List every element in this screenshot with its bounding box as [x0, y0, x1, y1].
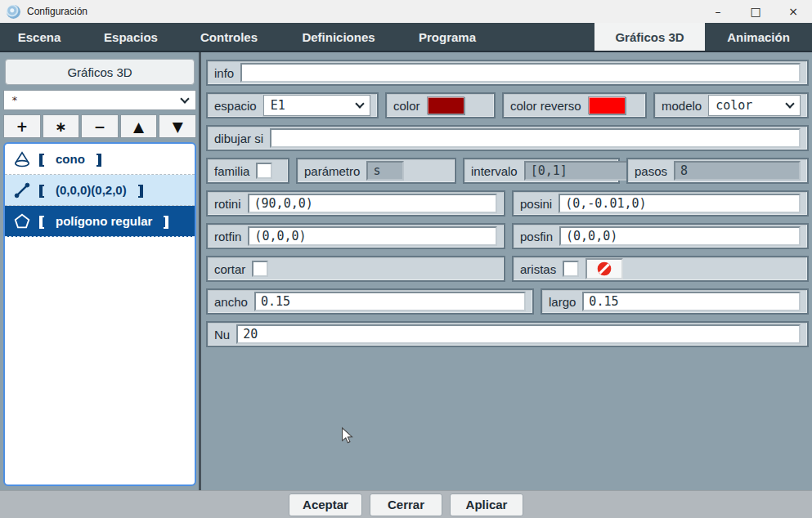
posini-label: posini	[520, 197, 552, 211]
window-title: Configuración	[27, 6, 87, 17]
row-familia: familia parámetro intervalo pasos	[206, 158, 809, 184]
close-button[interactable]: ×	[774, 0, 812, 23]
posfin-panel: posfin	[512, 223, 809, 249]
parametro-input[interactable]	[366, 161, 404, 181]
list-item-segmento[interactable]: (0,0,0)(0,2,0)	[5, 175, 195, 206]
parametro-label: parámetro	[304, 164, 360, 178]
modelo-panel: modelo color	[653, 92, 809, 118]
posfin-input[interactable]	[559, 226, 801, 246]
largo-input[interactable]	[582, 292, 801, 311]
ancho-input[interactable]	[254, 292, 526, 311]
espacio-select[interactable]: E1	[263, 95, 370, 116]
list-item-poligono-regular[interactable]: polígono regular	[5, 206, 195, 237]
color-reverso-panel: color reverso	[502, 92, 647, 118]
pasos-label: pasos	[635, 164, 667, 178]
pasos-input[interactable]	[674, 161, 801, 181]
pentagon-icon	[13, 212, 31, 230]
chevron-down-icon	[785, 99, 794, 108]
tab-controles[interactable]: Controles	[183, 23, 275, 51]
minimize-button[interactable]: –	[699, 0, 737, 23]
row-rot-pos-ini: rotini posini	[206, 190, 809, 217]
rotfin-input[interactable]	[248, 226, 497, 246]
info-input[interactable]	[240, 63, 801, 83]
tab-definiciones[interactable]: Definiciones	[275, 23, 402, 51]
familia-checkbox[interactable]	[256, 163, 272, 179]
ancho-panel: ancho	[206, 288, 534, 315]
modelo-label: modelo	[662, 99, 702, 113]
bracket-close	[164, 216, 168, 229]
posini-panel: posini	[512, 190, 809, 217]
color-swatch[interactable]	[427, 96, 464, 114]
cortar-checkbox[interactable]	[252, 261, 268, 277]
app-icon	[7, 5, 20, 19]
remove-object-button[interactable]: −	[81, 114, 119, 138]
familia-label: familia	[214, 164, 249, 178]
cone-icon	[13, 150, 31, 168]
dibujar-si-input[interactable]	[270, 128, 801, 148]
bracket-open	[39, 185, 44, 198]
parametro-panel: parámetro	[296, 158, 456, 184]
window-controls: – □ ×	[699, 0, 812, 23]
color-reverso-swatch[interactable]	[588, 96, 626, 114]
accept-button[interactable]: Aceptar	[289, 493, 362, 516]
object-filter-value: *	[11, 94, 182, 106]
main-area: Gráficos 3D * + ∗ − ▲ ▼	[0, 51, 812, 490]
add-object-button[interactable]: +	[3, 114, 41, 138]
row-nu: Nu	[206, 321, 809, 347]
duplicate-object-button[interactable]: ∗	[43, 114, 80, 138]
rotini-input[interactable]	[248, 194, 497, 213]
no-edges-icon	[596, 261, 612, 277]
object-toolbar: + ∗ − ▲ ▼	[3, 114, 196, 138]
cortar-panel: cortar	[206, 256, 505, 282]
rotini-panel: rotini	[206, 190, 505, 217]
close-dialog-button[interactable]: Cerrar	[370, 493, 442, 516]
move-down-button[interactable]: ▼	[159, 114, 196, 138]
nu-panel: Nu	[206, 321, 809, 347]
row-space-color: espacio E1 color color reverso modelo co…	[206, 92, 809, 118]
dibujar-si-panel: dibujar si	[206, 125, 809, 151]
list-item-label: polígono regular	[56, 214, 152, 228]
tab-escena[interactable]: Escena	[0, 23, 79, 51]
title-bar: Configuración – □ ×	[0, 0, 812, 23]
rotfin-panel: rotfin	[206, 223, 505, 249]
posini-input[interactable]	[559, 194, 801, 213]
footer-bar: Aceptar Cerrar Aplicar	[0, 490, 812, 518]
modelo-select[interactable]: color	[708, 95, 801, 116]
espacio-panel: espacio E1	[206, 92, 379, 118]
sidebar-header: Gráficos 3D	[5, 59, 195, 85]
apply-button[interactable]: Aplicar	[450, 493, 523, 516]
nu-input[interactable]	[236, 324, 801, 344]
tab-bar: Escena Espacios Controles Definiciones P…	[0, 23, 812, 51]
color-label: color	[393, 99, 420, 113]
ancho-label: ancho	[214, 295, 248, 309]
aristas-checkbox[interactable]	[563, 261, 579, 277]
aristas-panel: aristas	[512, 256, 809, 282]
list-item-label: cono	[56, 152, 85, 166]
move-up-button[interactable]: ▲	[120, 114, 158, 138]
intervalo-panel: intervalo	[463, 158, 620, 184]
familia-panel: familia	[206, 158, 289, 184]
espacio-value: E1	[271, 98, 352, 113]
list-item-label: (0,0,0)(0,2,0)	[56, 183, 127, 197]
maximize-button[interactable]: □	[737, 0, 774, 23]
cortar-label: cortar	[214, 262, 245, 276]
tab-programa[interactable]: Programa	[402, 23, 492, 51]
tab-espacios[interactable]: Espacios	[79, 23, 183, 51]
bracket-close	[96, 154, 101, 167]
color-panel: color	[385, 92, 496, 118]
intervalo-input[interactable]	[524, 161, 640, 181]
largo-panel: largo	[541, 288, 809, 315]
bracket-open	[39, 216, 44, 229]
rotini-label: rotini	[214, 197, 241, 211]
aristas-label: aristas	[520, 262, 556, 276]
modelo-value: color	[716, 98, 782, 113]
bracket-open	[39, 154, 44, 167]
row-ancho-largo: ancho largo	[206, 288, 809, 315]
aristas-color-button[interactable]	[585, 258, 623, 279]
object-list: cono (0,0,0)(0,2,0)	[3, 142, 196, 486]
tab-graficos-3d[interactable]: Gráficos 3D	[594, 23, 705, 51]
chevron-down-icon	[180, 94, 189, 103]
object-filter-select[interactable]: *	[3, 90, 196, 110]
list-item-cono[interactable]: cono	[5, 144, 195, 175]
tab-animacion[interactable]: Animación	[705, 23, 812, 51]
